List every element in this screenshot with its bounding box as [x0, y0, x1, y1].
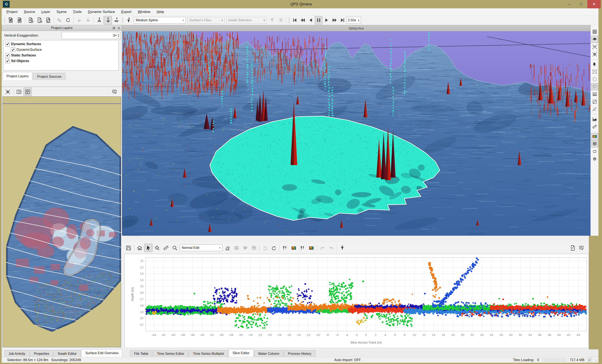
reject-polygon-icon[interactable]	[250, 244, 258, 252]
step-back-icon[interactable]	[307, 16, 314, 24]
surface-edit-icon[interactable]	[112, 16, 121, 24]
open-project-icon[interactable]	[15, 16, 24, 24]
tab-project-layers[interactable]: Project Layers	[2, 72, 32, 80]
spline-mode-combo[interactable]: Medium Spline▾	[134, 17, 186, 24]
plan-select-icon[interactable]	[591, 91, 598, 98]
accept-view-icon[interactable]	[290, 244, 298, 252]
points-select-icon[interactable]	[591, 106, 598, 113]
pointer-icon[interactable]	[144, 244, 152, 252]
tab-time-series-editor[interactable]: Time Series Editor	[153, 350, 188, 357]
eraser-icon[interactable]	[223, 244, 232, 252]
scene-3d-view[interactable]	[122, 31, 591, 236]
redo-icon[interactable]	[270, 244, 278, 252]
tab-process-history[interactable]: Process History	[284, 350, 315, 357]
rotate-view-icon[interactable]	[591, 148, 598, 155]
add-processed-files-icon[interactable]	[35, 16, 43, 24]
pause-icon[interactable]	[315, 16, 322, 24]
skip-end-icon[interactable]	[339, 16, 346, 24]
tab-project-sources[interactable]: Project Sources	[33, 73, 65, 80]
rotated-select-icon[interactable]	[591, 98, 598, 105]
minimize-button[interactable]: –	[563, 0, 575, 8]
project-layers-dock-title[interactable]: Project Layers	[2, 25, 122, 31]
maximize-button[interactable]: □	[575, 0, 587, 8]
reject-points-icon[interactable]	[298, 244, 307, 252]
toolbar-grip[interactable]	[122, 17, 123, 23]
tree-item-dynamic-surfaces[interactable]: Dynamic Surfaces	[4, 41, 118, 47]
panel-menu-icon[interactable]	[577, 244, 586, 252]
menu-project[interactable]: Project	[3, 8, 21, 15]
tree-item-sd-objects[interactable]: Sd Objects	[4, 58, 118, 64]
help-icon[interactable]: ?	[569, 244, 577, 252]
slice-plot-panel[interactable]	[124, 254, 589, 348]
zoom-select-icon[interactable]	[153, 244, 161, 252]
close-panel-icon[interactable]	[117, 27, 120, 30]
rectangle-select-icon[interactable]	[591, 68, 598, 75]
surface-edit-overview-view[interactable]	[2, 96, 121, 347]
toolbar-grip[interactable]	[4, 17, 5, 23]
close-button[interactable]: ✕	[587, 0, 601, 8]
resize-grip[interactable]	[595, 359, 598, 362]
colormap-icon[interactable]	[591, 133, 598, 140]
menu-help[interactable]: Help	[153, 8, 167, 15]
reset-view-icon[interactable]	[4, 88, 12, 96]
home-icon[interactable]	[135, 244, 144, 252]
bounding-box-icon[interactable]	[591, 156, 598, 163]
fast-forward-icon[interactable]	[331, 16, 338, 24]
zoom-to-surface-icon[interactable]	[591, 43, 598, 50]
swath-editor-icon[interactable]	[104, 16, 112, 24]
vertical-exaggeration-spinner[interactable]: ▲▼	[117, 32, 121, 39]
fast-rewind-icon[interactable]	[299, 16, 306, 24]
save-icon[interactable]	[124, 244, 133, 252]
add-raw-files-icon[interactable]	[26, 16, 35, 24]
vertical-exaggeration-input[interactable]: 3×	[62, 32, 118, 39]
zoom-to-extent-icon[interactable]	[591, 51, 598, 58]
pointer-icon[interactable]	[591, 61, 598, 68]
tab-water-column[interactable]: Water Column	[254, 350, 283, 357]
menu-scene[interactable]: Scene	[53, 8, 70, 15]
new-project-icon[interactable]	[7, 16, 15, 24]
menu-source[interactable]: Source	[21, 8, 38, 15]
menu-layer[interactable]: Layer	[38, 8, 54, 15]
menu-tools[interactable]: Tools	[70, 8, 85, 15]
mesh-view-icon[interactable]	[591, 140, 598, 147]
checkbox-icon[interactable]	[11, 47, 15, 52]
checkbox-icon[interactable]	[5, 42, 10, 46]
panel-menu-icon[interactable]	[110, 88, 119, 96]
profile-icon[interactable]	[591, 115, 598, 123]
title-bar[interactable]: Q QPS Qimera – □ ✕	[0, 0, 602, 8]
skip-start-icon[interactable]	[291, 16, 299, 24]
grid-view-icon[interactable]	[591, 28, 598, 35]
tree-item-static-surfaces[interactable]: Static Surfaces	[4, 52, 118, 58]
tab-surface-edit-overview[interactable]: Surface Edit Overview	[81, 349, 122, 357]
slice-filter-icon[interactable]	[124, 16, 133, 24]
sonar-ping-icon[interactable]	[95, 16, 103, 24]
magnifier-icon[interactable]	[171, 244, 179, 252]
menu-export[interactable]: Export	[118, 8, 135, 15]
polygon-select-icon[interactable]	[591, 76, 598, 83]
tab-file-table[interactable]: File Table	[130, 350, 152, 357]
tile-view-icon[interactable]	[23, 88, 32, 96]
checkbox-icon[interactable]	[5, 59, 10, 63]
measure-icon[interactable]	[591, 123, 598, 130]
refresh-icon[interactable]	[64, 16, 72, 24]
tab-slice-editor[interactable]: Slice Editor	[229, 349, 254, 357]
filter-profile-icon[interactable]	[338, 244, 346, 252]
accept-points-icon[interactable]	[281, 244, 289, 252]
viewport-header[interactable]: QINSyTest	[122, 25, 591, 31]
float-panel-icon[interactable]	[112, 27, 115, 30]
reject-view-icon[interactable]	[307, 244, 315, 252]
edit-mode-combo[interactable]: Normal Edit▾	[180, 244, 222, 251]
playback-interval-spinbox[interactable]: 2.50s▲▼	[346, 17, 361, 24]
play-icon[interactable]	[323, 16, 330, 24]
menu-dynamic-surface[interactable]: Dynamic Surface	[85, 8, 118, 15]
tab-swath-editor[interactable]: Swath Editor	[54, 350, 81, 357]
reject-lasso-icon[interactable]	[241, 244, 249, 252]
checkbox-icon[interactable]	[5, 53, 10, 58]
lasso-select-icon[interactable]	[591, 83, 598, 90]
tab-time-series-multiplot[interactable]: Time Series Multiplot	[189, 350, 228, 357]
surface-view-icon[interactable]	[591, 36, 598, 43]
tab-job-activity[interactable]: Job Activity	[5, 350, 29, 357]
reload-files-icon[interactable]	[44, 16, 52, 24]
tree-item-dynamicsurface[interactable]: DynamicSurface	[4, 47, 118, 52]
measure-icon[interactable]	[162, 244, 170, 252]
